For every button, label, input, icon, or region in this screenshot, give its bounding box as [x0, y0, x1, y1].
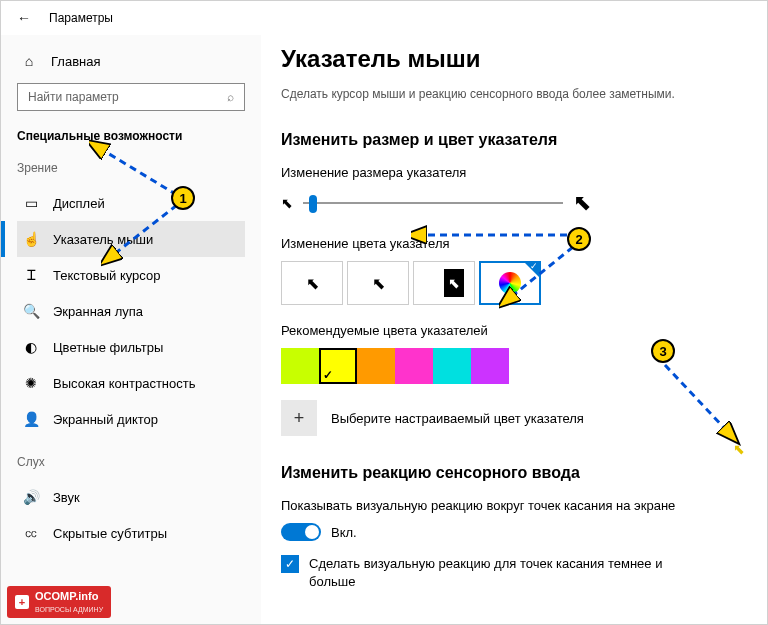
nav-display[interactable]: ▭ Дисплей: [17, 185, 245, 221]
swatch-orange[interactable]: [357, 348, 395, 384]
sidebar: ⌂ Главная Найти параметр ⌕ Специальные в…: [1, 35, 261, 624]
touch-desc: Показывать визуальную реакцию вокруг точ…: [281, 498, 681, 513]
pointer-size-slider[interactable]: [303, 202, 563, 204]
nav-item-label: Экранный диктор: [53, 412, 158, 427]
nav-item-label: Текстовый курсор: [53, 268, 160, 283]
section-size-color: Изменить размер и цвет указателя: [281, 131, 737, 149]
nav-item-label: Высокая контрастность: [53, 376, 196, 391]
watermark-plus-icon: +: [15, 595, 29, 609]
nav-captions[interactable]: ㏄ Скрытые субтитры: [17, 515, 245, 551]
pointer-color-white[interactable]: ⬉: [281, 261, 343, 305]
sound-icon: 🔊: [23, 489, 39, 505]
rainbow-icon: [499, 272, 521, 294]
touch-darker-label: Сделать визуальную реакцию для точек кас…: [309, 555, 669, 591]
group-hearing: Слух: [17, 455, 245, 469]
nav-text-cursor[interactable]: Ꮖ Текстовый курсор: [17, 257, 245, 293]
page-subtitle: Сделать курсор мыши и реакцию сенсорного…: [281, 85, 737, 103]
page-title: Указатель мыши: [281, 45, 737, 73]
swatch-pink[interactable]: [395, 348, 433, 384]
nav-item-label: Скрытые субтитры: [53, 526, 167, 541]
annotation-badge-1: 1: [171, 186, 195, 210]
pointer-color-black[interactable]: ⬉: [347, 261, 409, 305]
slider-thumb[interactable]: [309, 195, 317, 213]
nav-item-label: Цветные фильтры: [53, 340, 163, 355]
text-cursor-icon: Ꮖ: [23, 267, 39, 283]
toggle-on-label: Вкл.: [331, 525, 357, 540]
nav-high-contrast[interactable]: ✺ Высокая контрастность: [17, 365, 245, 401]
color-filter-icon: ◐: [23, 339, 39, 355]
nav-item-label: Звук: [53, 490, 80, 505]
window-title: Параметры: [49, 11, 113, 25]
nav-home-label: Главная: [51, 54, 100, 69]
cursor-small-icon: ⬉: [281, 195, 293, 211]
cursor-large-icon: ⬉: [573, 190, 591, 216]
magnifier-icon: 🔍: [23, 303, 39, 319]
touch-feedback-toggle[interactable]: [281, 523, 321, 541]
annotation-badge-3: 3: [651, 339, 675, 363]
contrast-icon: ✺: [23, 375, 39, 391]
watermark-tag: ВОПРОСЫ АДМИНУ: [35, 606, 103, 613]
group-vision: Зрение: [17, 161, 245, 175]
narrator-icon: 👤: [23, 411, 39, 427]
swatch-yellow[interactable]: [319, 348, 357, 384]
yellow-cursor-icon: ⬉: [733, 441, 745, 457]
nav-item-label: Указатель мыши: [53, 232, 153, 247]
recommended-label: Рекомендуемые цвета указателей: [281, 323, 737, 338]
nav-item-label: Экранная лупа: [53, 304, 143, 319]
size-label: Изменение размера указателя: [281, 165, 737, 180]
swatch-cyan[interactable]: [433, 348, 471, 384]
annotation-badge-2: 2: [567, 227, 591, 251]
add-custom-color-button[interactable]: +: [281, 400, 317, 436]
color-label: Изменение цвета указателя: [281, 236, 737, 251]
nav-mouse-pointer[interactable]: ☝ Указатель мыши: [17, 221, 245, 257]
back-button[interactable]: ←: [17, 10, 31, 26]
display-icon: ▭: [23, 195, 39, 211]
search-input[interactable]: Найти параметр ⌕: [17, 83, 245, 111]
touch-darker-checkbox[interactable]: ✓: [281, 555, 299, 573]
watermark-brand: OCOMP.info: [35, 590, 98, 602]
swatch-purple[interactable]: [471, 348, 509, 384]
nav-color-filters[interactable]: ◐ Цветные фильтры: [17, 329, 245, 365]
captions-icon: ㏄: [23, 525, 39, 541]
nav-narrator[interactable]: 👤 Экранный диктор: [17, 401, 245, 437]
nav-magnifier[interactable]: 🔍 Экранная лупа: [17, 293, 245, 329]
watermark: + OCOMP.info ВОПРОСЫ АДМИНУ: [7, 586, 111, 618]
nav-sound[interactable]: 🔊 Звук: [17, 479, 245, 515]
pointer-color-inverted[interactable]: ⬉: [413, 261, 475, 305]
pointer-icon: ☝: [23, 231, 39, 247]
section-accessibility: Специальные возможности: [17, 129, 245, 143]
main-content: Указатель мыши Сделать курсор мыши и реа…: [261, 35, 767, 624]
search-icon: ⌕: [227, 90, 234, 104]
home-icon: ⌂: [21, 53, 37, 69]
search-placeholder: Найти параметр: [28, 90, 119, 104]
custom-color-label: Выберите настраиваемый цвет указателя: [331, 411, 584, 426]
section-touch: Изменить реакцию сенсорного ввода: [281, 464, 737, 482]
nav-home[interactable]: ⌂ Главная: [17, 45, 245, 83]
pointer-color-custom[interactable]: [479, 261, 541, 305]
nav-item-label: Дисплей: [53, 196, 105, 211]
swatch-lime[interactable]: [281, 348, 319, 384]
